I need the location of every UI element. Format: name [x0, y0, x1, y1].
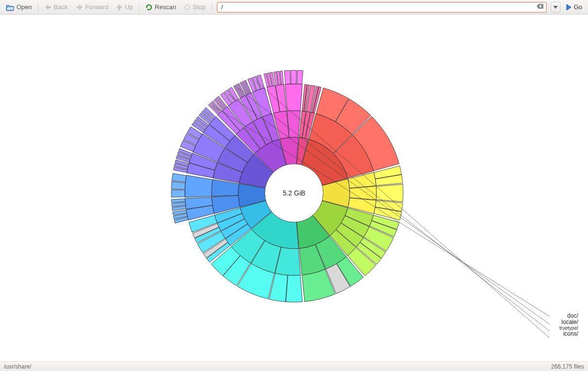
arrow-up-icon [116, 4, 123, 11]
sunburst-segment[interactable] [171, 181, 185, 189]
up-label: Up [125, 4, 133, 10]
callout-icons: icons/ [559, 331, 578, 337]
rescan-button[interactable]: Rescan [142, 2, 179, 12]
sunburst-viewport: 5.2 GiB doc/ locale/ truetype/ icons/ [0, 15, 588, 361]
go-label: Go [574, 3, 582, 11]
sunburst-segment[interactable] [172, 174, 186, 182]
toolbar-separator [38, 2, 38, 12]
statusbar-count: 266,175 files [551, 363, 584, 370]
rescan-label: Rescan [155, 4, 176, 10]
sunburst-segment[interactable] [287, 111, 301, 137]
arrow-right-icon [76, 4, 83, 11]
path-history-dropdown[interactable] [551, 2, 560, 13]
sunburst-chart[interactable] [0, 15, 588, 361]
toolbar-separator [139, 2, 139, 12]
sunburst-segment[interactable] [185, 175, 212, 197]
open-button[interactable]: Open [3, 2, 35, 12]
sunburst-segment[interactable] [171, 190, 185, 197]
arrow-left-icon [44, 4, 52, 11]
go-button[interactable]: Go [562, 2, 585, 12]
sunburst-segment[interactable] [285, 84, 303, 111]
open-label: Open [16, 4, 32, 10]
clear-icon[interactable] [537, 3, 543, 11]
callout-labels: doc/ locale/ truetype/ icons/ [559, 313, 578, 338]
stop-button: Stop [181, 3, 209, 12]
play-icon [565, 4, 572, 11]
sunburst-segment[interactable] [171, 199, 185, 203]
path-field-container[interactable] [217, 2, 547, 13]
sunburst-segment[interactable] [297, 70, 303, 84]
callout-locale: locale/ [559, 319, 578, 325]
center-disk [265, 164, 323, 222]
path-input[interactable] [220, 3, 537, 11]
refresh-icon [145, 3, 153, 11]
back-label: Back [54, 4, 68, 10]
sunburst-segment[interactable] [286, 275, 302, 302]
toolbar: Open Back Forward Up Rescan Stop Go [0, 0, 588, 15]
stop-icon [184, 4, 191, 11]
forward-button: Forward [73, 3, 112, 12]
sunburst-segment[interactable] [284, 70, 291, 84]
sunburst-segment[interactable] [172, 206, 186, 211]
up-button: Up [113, 3, 136, 12]
stop-label: Stop [193, 4, 206, 10]
back-button: Back [41, 3, 71, 12]
chevron-down-icon [553, 6, 558, 9]
statusbar-path: /usr/share/ [4, 363, 32, 370]
folder-open-icon [6, 3, 15, 11]
statusbar: /usr/share/ 266,175 files [0, 361, 588, 371]
toolbar-separator [212, 2, 212, 12]
sunburst-segment[interactable] [291, 70, 297, 84]
forward-label: Forward [85, 4, 109, 10]
